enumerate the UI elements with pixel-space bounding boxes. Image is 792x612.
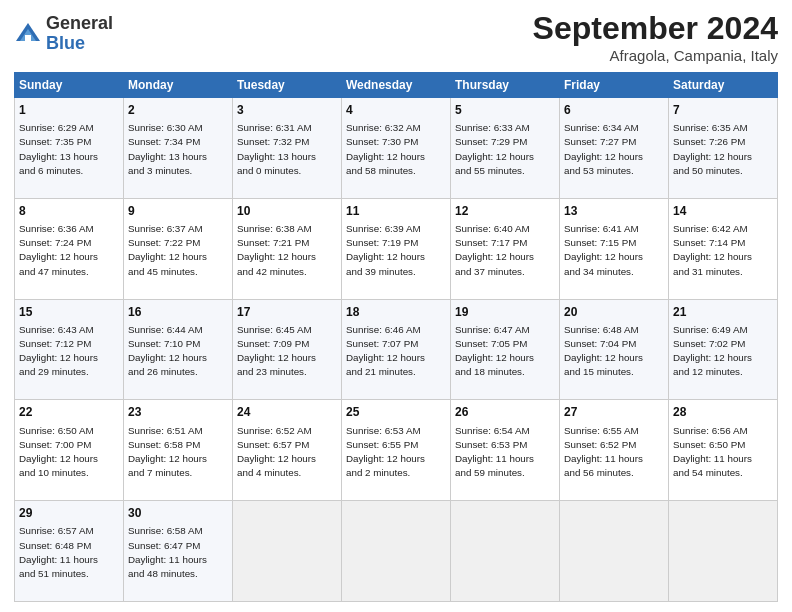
col-thursday: Thursday <box>451 73 560 98</box>
day-detail: Sunrise: 6:46 AMSunset: 7:07 PMDaylight:… <box>346 324 425 378</box>
table-row: 2Sunrise: 6:30 AMSunset: 7:34 PMDaylight… <box>124 98 233 199</box>
table-row: 24Sunrise: 6:52 AMSunset: 6:57 PMDayligh… <box>233 400 342 501</box>
day-number: 25 <box>346 404 446 420</box>
day-number: 12 <box>455 203 555 219</box>
table-row: 25Sunrise: 6:53 AMSunset: 6:55 PMDayligh… <box>342 400 451 501</box>
calendar-row: 1Sunrise: 6:29 AMSunset: 7:35 PMDaylight… <box>15 98 778 199</box>
table-row: 26Sunrise: 6:54 AMSunset: 6:53 PMDayligh… <box>451 400 560 501</box>
table-row: 8Sunrise: 6:36 AMSunset: 7:24 PMDaylight… <box>15 198 124 299</box>
table-row: 4Sunrise: 6:32 AMSunset: 7:30 PMDaylight… <box>342 98 451 199</box>
day-detail: Sunrise: 6:41 AMSunset: 7:15 PMDaylight:… <box>564 223 643 277</box>
day-number: 26 <box>455 404 555 420</box>
calendar-header-row: Sunday Monday Tuesday Wednesday Thursday… <box>15 73 778 98</box>
table-row: 22Sunrise: 6:50 AMSunset: 7:00 PMDayligh… <box>15 400 124 501</box>
table-row: 21Sunrise: 6:49 AMSunset: 7:02 PMDayligh… <box>669 299 778 400</box>
col-friday: Friday <box>560 73 669 98</box>
table-row: 6Sunrise: 6:34 AMSunset: 7:27 PMDaylight… <box>560 98 669 199</box>
day-detail: Sunrise: 6:38 AMSunset: 7:21 PMDaylight:… <box>237 223 316 277</box>
day-detail: Sunrise: 6:40 AMSunset: 7:17 PMDaylight:… <box>455 223 534 277</box>
table-row: 15Sunrise: 6:43 AMSunset: 7:12 PMDayligh… <box>15 299 124 400</box>
table-row: 1Sunrise: 6:29 AMSunset: 7:35 PMDaylight… <box>15 98 124 199</box>
table-row: 17Sunrise: 6:45 AMSunset: 7:09 PMDayligh… <box>233 299 342 400</box>
day-number: 22 <box>19 404 119 420</box>
table-row: 13Sunrise: 6:41 AMSunset: 7:15 PMDayligh… <box>560 198 669 299</box>
day-number: 13 <box>564 203 664 219</box>
day-detail: Sunrise: 6:51 AMSunset: 6:58 PMDaylight:… <box>128 425 207 479</box>
day-number: 19 <box>455 304 555 320</box>
table-row <box>560 501 669 602</box>
table-row: 19Sunrise: 6:47 AMSunset: 7:05 PMDayligh… <box>451 299 560 400</box>
day-detail: Sunrise: 6:37 AMSunset: 7:22 PMDaylight:… <box>128 223 207 277</box>
table-row: 29Sunrise: 6:57 AMSunset: 6:48 PMDayligh… <box>15 501 124 602</box>
table-row: 14Sunrise: 6:42 AMSunset: 7:14 PMDayligh… <box>669 198 778 299</box>
table-row: 12Sunrise: 6:40 AMSunset: 7:17 PMDayligh… <box>451 198 560 299</box>
col-wednesday: Wednesday <box>342 73 451 98</box>
day-number: 14 <box>673 203 773 219</box>
day-number: 20 <box>564 304 664 320</box>
logo: General Blue <box>14 14 113 54</box>
day-detail: Sunrise: 6:36 AMSunset: 7:24 PMDaylight:… <box>19 223 98 277</box>
day-detail: Sunrise: 6:50 AMSunset: 7:00 PMDaylight:… <box>19 425 98 479</box>
day-detail: Sunrise: 6:58 AMSunset: 6:47 PMDaylight:… <box>128 525 207 579</box>
logo-icon <box>14 21 42 49</box>
table-row: 5Sunrise: 6:33 AMSunset: 7:29 PMDaylight… <box>451 98 560 199</box>
calendar-row: 22Sunrise: 6:50 AMSunset: 7:00 PMDayligh… <box>15 400 778 501</box>
svg-rect-2 <box>25 35 31 41</box>
day-number: 4 <box>346 102 446 118</box>
day-detail: Sunrise: 6:31 AMSunset: 7:32 PMDaylight:… <box>237 122 316 176</box>
calendar-row: 29Sunrise: 6:57 AMSunset: 6:48 PMDayligh… <box>15 501 778 602</box>
table-row: 30Sunrise: 6:58 AMSunset: 6:47 PMDayligh… <box>124 501 233 602</box>
day-detail: Sunrise: 6:52 AMSunset: 6:57 PMDaylight:… <box>237 425 316 479</box>
day-detail: Sunrise: 6:47 AMSunset: 7:05 PMDaylight:… <box>455 324 534 378</box>
day-number: 29 <box>19 505 119 521</box>
day-detail: Sunrise: 6:42 AMSunset: 7:14 PMDaylight:… <box>673 223 752 277</box>
page: General Blue September 2024 Afragola, Ca… <box>0 0 792 612</box>
col-monday: Monday <box>124 73 233 98</box>
day-detail: Sunrise: 6:35 AMSunset: 7:26 PMDaylight:… <box>673 122 752 176</box>
day-number: 27 <box>564 404 664 420</box>
col-sunday: Sunday <box>15 73 124 98</box>
day-number: 7 <box>673 102 773 118</box>
logo-general: General <box>46 14 113 34</box>
day-detail: Sunrise: 6:44 AMSunset: 7:10 PMDaylight:… <box>128 324 207 378</box>
day-number: 2 <box>128 102 228 118</box>
table-row <box>342 501 451 602</box>
day-detail: Sunrise: 6:49 AMSunset: 7:02 PMDaylight:… <box>673 324 752 378</box>
table-row: 18Sunrise: 6:46 AMSunset: 7:07 PMDayligh… <box>342 299 451 400</box>
table-row: 27Sunrise: 6:55 AMSunset: 6:52 PMDayligh… <box>560 400 669 501</box>
day-detail: Sunrise: 6:54 AMSunset: 6:53 PMDaylight:… <box>455 425 534 479</box>
table-row: 11Sunrise: 6:39 AMSunset: 7:19 PMDayligh… <box>342 198 451 299</box>
day-number: 23 <box>128 404 228 420</box>
calendar-row: 8Sunrise: 6:36 AMSunset: 7:24 PMDaylight… <box>15 198 778 299</box>
table-row: 10Sunrise: 6:38 AMSunset: 7:21 PMDayligh… <box>233 198 342 299</box>
day-number: 24 <box>237 404 337 420</box>
table-row: 3Sunrise: 6:31 AMSunset: 7:32 PMDaylight… <box>233 98 342 199</box>
table-row: 23Sunrise: 6:51 AMSunset: 6:58 PMDayligh… <box>124 400 233 501</box>
day-detail: Sunrise: 6:48 AMSunset: 7:04 PMDaylight:… <box>564 324 643 378</box>
day-number: 9 <box>128 203 228 219</box>
table-row: 7Sunrise: 6:35 AMSunset: 7:26 PMDaylight… <box>669 98 778 199</box>
calendar-row: 15Sunrise: 6:43 AMSunset: 7:12 PMDayligh… <box>15 299 778 400</box>
day-detail: Sunrise: 6:55 AMSunset: 6:52 PMDaylight:… <box>564 425 643 479</box>
table-row: 20Sunrise: 6:48 AMSunset: 7:04 PMDayligh… <box>560 299 669 400</box>
day-detail: Sunrise: 6:56 AMSunset: 6:50 PMDaylight:… <box>673 425 752 479</box>
day-detail: Sunrise: 6:29 AMSunset: 7:35 PMDaylight:… <box>19 122 98 176</box>
day-detail: Sunrise: 6:39 AMSunset: 7:19 PMDaylight:… <box>346 223 425 277</box>
logo-text: General Blue <box>46 14 113 54</box>
col-saturday: Saturday <box>669 73 778 98</box>
table-row: 16Sunrise: 6:44 AMSunset: 7:10 PMDayligh… <box>124 299 233 400</box>
day-number: 17 <box>237 304 337 320</box>
day-number: 8 <box>19 203 119 219</box>
col-tuesday: Tuesday <box>233 73 342 98</box>
table-row: 9Sunrise: 6:37 AMSunset: 7:22 PMDaylight… <box>124 198 233 299</box>
day-number: 15 <box>19 304 119 320</box>
day-detail: Sunrise: 6:30 AMSunset: 7:34 PMDaylight:… <box>128 122 207 176</box>
title-block: September 2024 Afragola, Campania, Italy <box>533 10 778 64</box>
day-number: 16 <box>128 304 228 320</box>
day-number: 3 <box>237 102 337 118</box>
day-number: 5 <box>455 102 555 118</box>
logo-blue: Blue <box>46 34 113 54</box>
day-detail: Sunrise: 6:34 AMSunset: 7:27 PMDaylight:… <box>564 122 643 176</box>
day-detail: Sunrise: 6:33 AMSunset: 7:29 PMDaylight:… <box>455 122 534 176</box>
day-number: 11 <box>346 203 446 219</box>
